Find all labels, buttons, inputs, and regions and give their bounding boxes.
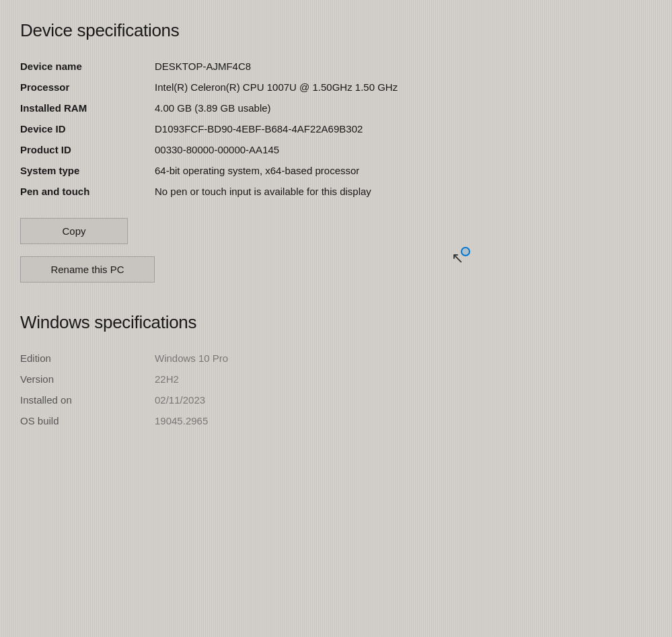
spec-label: System type <box>20 160 155 181</box>
win-spec-label: Edition <box>20 348 155 369</box>
spec-value: 00330-80000-00000-AA145 <box>155 139 652 160</box>
cursor-area: ↖ <box>451 250 463 267</box>
table-row: Installed on 02/11/2023 <box>20 389 652 410</box>
spec-value: DESKTOP-AJMF4C8 <box>155 56 652 77</box>
windows-specs-table: Edition Windows 10 Pro Version 22H2 Inst… <box>20 348 652 431</box>
spec-label: Processor <box>20 77 155 98</box>
cursor-icon: ↖ <box>451 250 463 266</box>
table-row: Device name DESKTOP-AJMF4C8 <box>20 56 652 77</box>
table-row: Edition Windows 10 Pro <box>20 348 652 369</box>
win-spec-value: 02/11/2023 <box>155 389 652 410</box>
table-row: Product ID 00330-80000-00000-AA145 <box>20 139 652 160</box>
win-spec-value: 22H2 <box>155 369 652 389</box>
table-row: Version 22H2 <box>20 369 652 389</box>
spec-value: Intel(R) Celeron(R) CPU 1007U @ 1.50GHz … <box>155 77 652 98</box>
win-spec-label: Version <box>20 369 155 389</box>
rename-pc-button[interactable]: Rename this PC <box>20 256 155 283</box>
spec-label: Pen and touch <box>20 181 155 202</box>
spec-label: Installed RAM <box>20 98 155 118</box>
spec-label: Device ID <box>20 118 155 139</box>
table-row: Device ID D1093FCF-BD90-4EBF-B684-4AF22A… <box>20 118 652 139</box>
table-row: OS build 19045.2965 <box>20 410 652 431</box>
windows-specs-title: Windows specifications <box>20 312 652 333</box>
table-row: System type 64-bit operating system, x64… <box>20 160 652 181</box>
device-specs-title: Device specifications <box>20 20 652 41</box>
table-row: Processor Intel(R) Celeron(R) CPU 1007U … <box>20 77 652 98</box>
spec-label: Device name <box>20 56 155 77</box>
spec-value: 4.00 GB (3.89 GB usable) <box>155 98 652 118</box>
win-spec-label: Installed on <box>20 389 155 410</box>
table-row: Pen and touch No pen or touch input is a… <box>20 181 652 202</box>
win-spec-label: OS build <box>20 410 155 431</box>
win-spec-value: 19045.2965 <box>155 410 652 431</box>
spec-label: Product ID <box>20 139 155 160</box>
table-row: Installed RAM 4.00 GB (3.89 GB usable) <box>20 98 652 118</box>
windows-specs-section: Windows specifications Edition Windows 1… <box>20 312 652 431</box>
copy-button[interactable]: Copy <box>20 218 128 244</box>
button-row: Copy ↖ Rename this PC <box>20 206 652 307</box>
cursor-circle-indicator <box>461 247 470 256</box>
spec-value: D1093FCF-BD90-4EBF-B684-4AF22A69B302 <box>155 118 652 139</box>
device-specs-table: Device name DESKTOP-AJMF4C8 Processor In… <box>20 56 652 202</box>
spec-value: 64-bit operating system, x64-based proce… <box>155 160 652 181</box>
spec-value: No pen or touch input is available for t… <box>155 181 652 202</box>
win-spec-value: Windows 10 Pro <box>155 348 652 369</box>
